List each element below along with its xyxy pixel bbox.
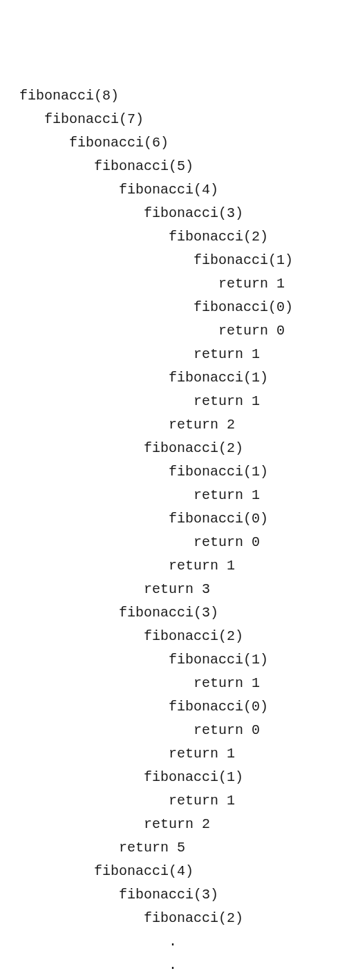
trace-line: fibonacci(3)	[19, 883, 351, 907]
trace-line: .	[19, 930, 351, 954]
trace-line: fibonacci(0)	[19, 507, 351, 531]
trace-line: fibonacci(1)	[19, 249, 351, 272]
trace-line: fibonacci(5)	[19, 155, 351, 178]
trace-line: return 1	[19, 390, 351, 413]
trace-line: return 1	[19, 742, 351, 766]
trace-line: fibonacci(0)	[19, 695, 351, 719]
trace-line: return 0	[19, 319, 351, 343]
trace-line: fibonacci(1)	[19, 648, 351, 672]
trace-line: return 1	[19, 789, 351, 813]
trace-line: return 1	[19, 484, 351, 507]
trace-line: fibonacci(8)	[19, 84, 351, 108]
trace-line: return 5	[19, 836, 351, 860]
trace-line: fibonacci(3)	[19, 601, 351, 625]
trace-line: fibonacci(2)	[19, 225, 351, 249]
trace-line: .	[19, 977, 351, 980]
trace-line: .	[19, 954, 351, 977]
trace-line: return 3	[19, 578, 351, 601]
trace-line: fibonacci(2)	[19, 907, 351, 930]
trace-line: return 1	[19, 672, 351, 695]
trace-line: return 0	[19, 531, 351, 554]
trace-line: fibonacci(4)	[19, 860, 351, 883]
trace-line: fibonacci(6)	[19, 131, 351, 155]
trace-line: fibonacci(1)	[19, 460, 351, 484]
trace-line: return 1	[19, 343, 351, 366]
trace-line: fibonacci(1)	[19, 766, 351, 789]
trace-line: return 2	[19, 413, 351, 437]
trace-line: fibonacci(3)	[19, 202, 351, 225]
trace-line: fibonacci(7)	[19, 108, 351, 131]
trace-line: fibonacci(2)	[19, 437, 351, 460]
trace-line: return 2	[19, 813, 351, 836]
trace-line: return 1	[19, 554, 351, 578]
trace-line: fibonacci(0)	[19, 296, 351, 319]
trace-line: return 1	[19, 272, 351, 296]
trace-line: return 0	[19, 719, 351, 742]
trace-line: fibonacci(2)	[19, 625, 351, 648]
fibonacci-trace: fibonacci(8) fibonacci(7) fibonacci(6) f…	[19, 84, 351, 980]
trace-line: fibonacci(4)	[19, 178, 351, 202]
trace-line: fibonacci(1)	[19, 366, 351, 390]
